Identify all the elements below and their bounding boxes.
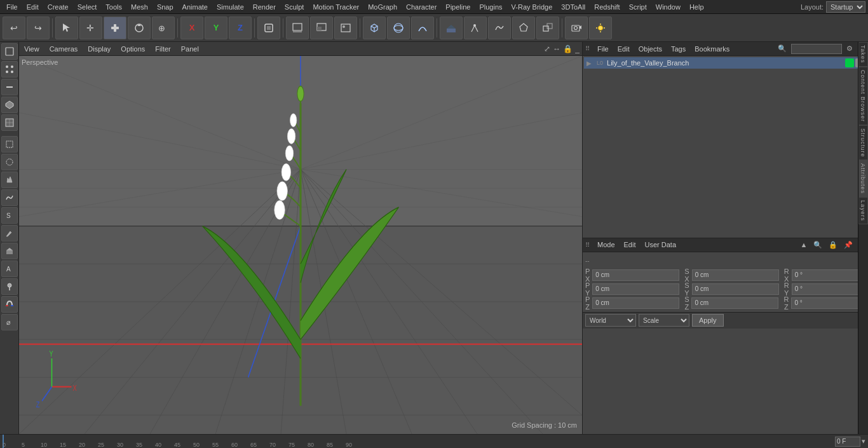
polygon-button[interactable]	[512, 17, 535, 39]
tool-paint[interactable]	[1, 278, 18, 295]
attr-size-x-input[interactable]: 0 cm	[692, 269, 779, 281]
vp-menu-filter[interactable]: Filter	[153, 44, 173, 54]
object-mode-button[interactable]	[257, 17, 280, 39]
menu-item-pipeline[interactable]: Pipeline	[442, 2, 474, 12]
render-region-button[interactable]	[286, 17, 309, 39]
object-expand-arrow[interactable]: ▶	[587, 60, 594, 67]
tab-takes[interactable]: Takes	[858, 42, 868, 67]
apply-button[interactable]: Apply	[692, 314, 724, 327]
vp-menu-options[interactable]: Options	[118, 44, 147, 54]
attr-rot-y-input[interactable]: 0 °	[792, 283, 868, 295]
menu-item-redshift[interactable]: Redshift	[590, 2, 623, 12]
menu-item-mograph[interactable]: MoGraph	[364, 2, 401, 12]
redo-button[interactable]: ↪	[27, 17, 50, 39]
menu-item-vray[interactable]: V-Ray Bridge	[508, 2, 557, 12]
vp-icon-minimize[interactable]: _	[575, 44, 580, 53]
menu-item-file[interactable]: File	[3, 2, 22, 12]
undo-button[interactable]: ↩	[3, 17, 25, 39]
tool-measure[interactable]: ⌀	[1, 314, 18, 330]
menu-item-snap[interactable]: Snap	[153, 2, 177, 12]
sketch-button[interactable]	[488, 17, 511, 39]
attr-menu-edit[interactable]: Edit	[620, 240, 640, 250]
pen-button[interactable]	[464, 17, 487, 39]
attr-pin-icon[interactable]: 📌	[842, 240, 855, 250]
axis-z-button[interactable]: Z	[229, 17, 252, 39]
scale-tool-button[interactable]	[104, 17, 126, 39]
menu-item-tools[interactable]: Tools	[102, 2, 126, 12]
attr-pos-x-input[interactable]: 0 cm	[592, 269, 679, 281]
vp-icon-expand[interactable]: ⤢	[544, 44, 550, 53]
menu-item-3dtoall[interactable]: 3DToAll	[557, 2, 589, 12]
attr-size-y-input[interactable]: 0 cm	[692, 283, 779, 295]
om-search-input[interactable]	[791, 44, 842, 54]
menu-item-edit[interactable]: Edit	[23, 2, 43, 12]
menu-item-mesh[interactable]: Mesh	[127, 2, 152, 12]
light-button[interactable]	[589, 17, 612, 39]
vp-menu-panel[interactable]: Panel	[179, 44, 201, 54]
cube-button[interactable]	[363, 17, 386, 39]
om-search-icon[interactable]: 🔍	[776, 44, 789, 53]
object-row-lily[interactable]: ▶ L0 Lily_of_the_Valley_Branch	[584, 57, 867, 69]
mode-polygon[interactable]	[1, 97, 18, 113]
tab-content-browser[interactable]: Content Browser	[858, 67, 868, 125]
mode-object[interactable]	[1, 43, 18, 60]
om-menu-file[interactable]: File	[593, 44, 613, 54]
attr-pos-y-input[interactable]: 0 cm	[592, 283, 679, 295]
attr-menu-mode[interactable]: Mode	[593, 240, 619, 250]
render-picture-button[interactable]	[334, 17, 357, 39]
tool-magnet[interactable]	[1, 296, 18, 313]
attr-lock-icon[interactable]: 🔒	[827, 240, 839, 250]
tab-layers[interactable]: Layers	[858, 197, 868, 224]
menu-item-window[interactable]: Window	[652, 2, 684, 12]
select-rect[interactable]	[1, 136, 18, 153]
render-view-button[interactable]	[310, 17, 333, 39]
menu-item-create[interactable]: Create	[44, 2, 72, 12]
current-frame-input[interactable]	[835, 437, 860, 447]
rotate-tool-button[interactable]	[128, 17, 151, 39]
om-menu-edit[interactable]: Edit	[614, 44, 634, 54]
mode-point[interactable]	[1, 61, 18, 78]
om-menu-bookmarks[interactable]: Bookmarks	[691, 44, 733, 54]
tool-knife[interactable]	[1, 225, 18, 241]
camera-button[interactable]	[565, 17, 588, 39]
axis-x-button[interactable]: X	[180, 17, 203, 39]
vp-icon-arrows[interactable]: ↔	[553, 44, 560, 53]
select-tool-button[interactable]	[55, 17, 78, 39]
menu-item-animate[interactable]: Animate	[179, 2, 212, 12]
object-color-dot[interactable]	[845, 58, 854, 67]
attr-rot-x-input[interactable]: 0 °	[792, 269, 868, 281]
om-settings-icon[interactable]: ⚙	[844, 44, 855, 53]
tab-structure[interactable]: Structure	[858, 125, 868, 161]
coord-world-select[interactable]: World	[585, 314, 636, 327]
menu-item-render[interactable]: Render	[249, 2, 280, 12]
attr-menu-userdata[interactable]: User Data	[641, 240, 681, 250]
timeline-settings-icon[interactable]: ▾	[862, 437, 865, 445]
axis-y-button[interactable]: Y	[205, 17, 227, 39]
instance-button[interactable]	[536, 17, 559, 39]
vp-icon-lock[interactable]: 🔒	[563, 44, 573, 53]
mode-uvw[interactable]	[1, 114, 18, 131]
om-menu-tags[interactable]: Tags	[667, 44, 689, 54]
menu-item-sculpt[interactable]: Sculpt	[281, 2, 308, 12]
select-live[interactable]	[1, 154, 18, 170]
bend-button[interactable]	[411, 17, 434, 39]
sculpt-grab[interactable]	[1, 172, 18, 188]
vp-menu-cameras[interactable]: Cameras	[47, 44, 81, 54]
transform-tool-button[interactable]: ⊕	[152, 17, 175, 39]
mode-edge[interactable]	[1, 79, 18, 95]
nurbs-button[interactable]	[387, 17, 410, 39]
vp-menu-display[interactable]: Display	[85, 44, 113, 54]
attr-size-z-input[interactable]: 0 cm	[691, 297, 778, 309]
sculpt-smooth[interactable]	[1, 189, 18, 206]
viewport[interactable]: X Y Z Perspective Grid Spacing : 10 cm	[19, 56, 582, 434]
attr-search-icon[interactable]: 🔍	[811, 240, 824, 250]
vp-menu-view[interactable]: View	[22, 44, 42, 54]
tool-extrude[interactable]	[1, 243, 18, 259]
attr-rot-z-input[interactable]: 0 °	[791, 297, 868, 309]
menu-item-script[interactable]: Script	[625, 2, 651, 12]
om-menu-objects[interactable]: Objects	[635, 44, 666, 54]
menu-item-simulate[interactable]: Simulate	[213, 2, 248, 12]
attr-up-icon[interactable]: ▲	[798, 240, 809, 249]
mode-spline[interactable]: S	[1, 207, 18, 224]
menu-item-select[interactable]: Select	[74, 2, 101, 12]
